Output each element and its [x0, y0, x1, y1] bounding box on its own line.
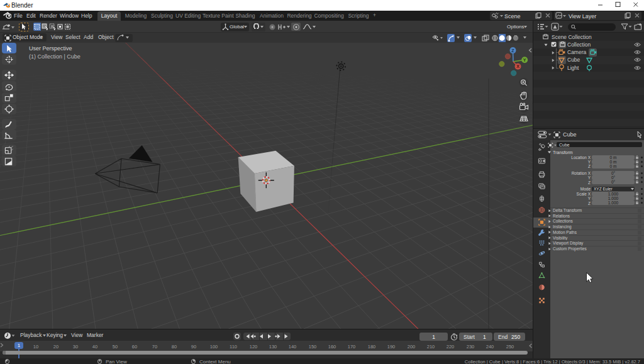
svg-text:Y: Y [523, 58, 526, 62]
svg-text:X: X [516, 64, 519, 69]
svg-text:Z: Z [511, 48, 514, 53]
